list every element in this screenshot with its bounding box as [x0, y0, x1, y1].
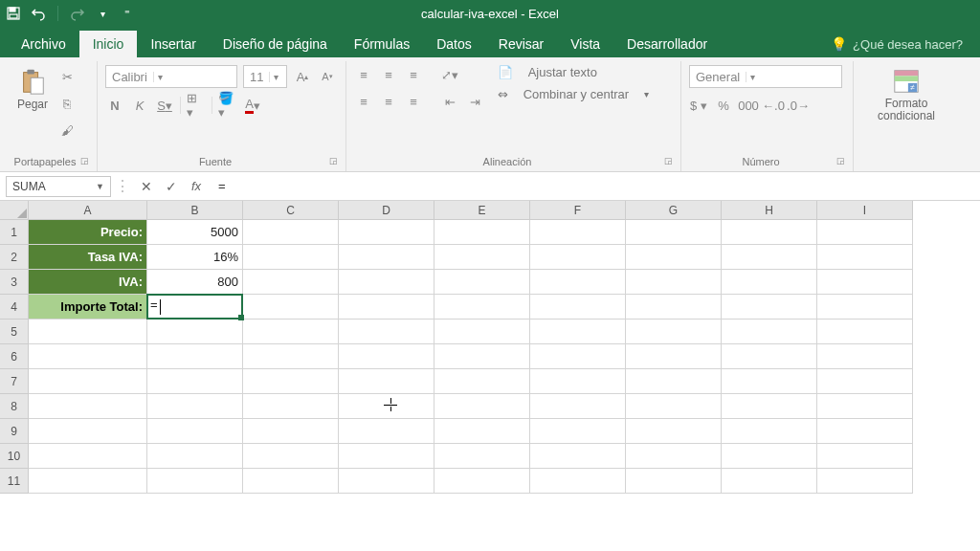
cell-E10[interactable]	[434, 444, 530, 469]
cell-I7[interactable]	[817, 369, 913, 394]
tab-inicio[interactable]: Inicio	[79, 31, 138, 57]
merge-center-button[interactable]: ⇔ Combinar y centrar ▾	[498, 87, 649, 101]
currency-icon[interactable]: $ ▾	[689, 96, 708, 115]
cell-H3[interactable]	[722, 270, 817, 295]
comma-icon[interactable]: 000	[739, 96, 758, 115]
cell-B1[interactable]: 5000	[147, 220, 243, 245]
cut-icon[interactable]: ✂	[57, 67, 77, 86]
cell-F9[interactable]	[530, 419, 626, 444]
italic-button[interactable]: K	[130, 96, 149, 115]
align-right-icon[interactable]: ≡	[404, 92, 423, 111]
decrease-decimal-icon[interactable]: .0→	[789, 96, 808, 115]
cell-E3[interactable]	[434, 270, 530, 295]
cell-A3[interactable]: IVA:	[29, 270, 147, 295]
cell-H9[interactable]	[722, 419, 817, 444]
cell-C2[interactable]	[243, 245, 339, 270]
dialog-launcher-icon[interactable]: ◲	[664, 156, 673, 165]
cell-G10[interactable]	[626, 444, 722, 469]
cell-E2[interactable]	[434, 245, 530, 270]
cell-I6[interactable]	[817, 344, 913, 369]
align-bottom-icon[interactable]: ≡	[404, 65, 423, 84]
tab-revisar[interactable]: Revisar	[485, 31, 557, 57]
cell-C7[interactable]	[243, 369, 339, 394]
cell-H1[interactable]	[722, 220, 817, 245]
cell-D1[interactable]	[339, 220, 434, 245]
accept-formula-button[interactable]: ✓	[159, 176, 184, 197]
cell-E6[interactable]	[434, 344, 530, 369]
select-all-corner[interactable]	[0, 201, 29, 220]
paste-button[interactable]: Pegar	[13, 65, 52, 113]
cell-E4[interactable]	[434, 295, 530, 320]
cell-D11[interactable]	[339, 469, 434, 494]
row-header-9[interactable]: 9	[0, 419, 29, 444]
borders-icon[interactable]: ⊞ ▾	[187, 96, 206, 115]
dialog-launcher-icon[interactable]: ◲	[329, 156, 338, 165]
cell-A9[interactable]	[29, 419, 147, 444]
col-header-I[interactable]: I	[817, 201, 913, 220]
cell-G8[interactable]	[626, 394, 722, 419]
col-header-A[interactable]: A	[29, 201, 147, 220]
tell-me-search[interactable]: 💡 ¿Qué desea hacer?	[821, 31, 972, 57]
cell-B6[interactable]	[147, 344, 243, 369]
cell-H11[interactable]	[722, 469, 817, 494]
decrease-indent-icon[interactable]: ⇤	[440, 92, 459, 111]
tab-desarrollador[interactable]: Desarrollador	[613, 31, 721, 57]
cell-B3[interactable]: 800	[147, 270, 243, 295]
redo-icon[interactable]	[70, 6, 85, 21]
cell-G9[interactable]	[626, 419, 722, 444]
col-header-C[interactable]: C	[243, 201, 339, 220]
cell-D5[interactable]	[339, 320, 434, 344]
cell-A11[interactable]	[29, 469, 147, 494]
orientation-icon[interactable]: ⤢▾	[440, 65, 459, 84]
tab-archivo[interactable]: Archivo	[8, 31, 79, 57]
cell-F1[interactable]	[530, 220, 626, 245]
row-header-5[interactable]: 5	[0, 320, 29, 344]
cell-C5[interactable]	[243, 320, 339, 344]
bold-button[interactable]: N	[105, 96, 124, 115]
cell-H7[interactable]	[722, 369, 817, 394]
chevron-down-icon[interactable]: ▼	[96, 182, 104, 191]
conditional-formatting-button[interactable]: ≠ Formato condicional	[861, 65, 951, 124]
cell-A4[interactable]: Importe Total:	[29, 295, 147, 320]
touch-mode-icon[interactable]: ⁼	[120, 6, 135, 21]
cell-H4[interactable]	[722, 295, 817, 320]
cell-I11[interactable]	[817, 469, 913, 494]
cell-B2[interactable]: 16%	[147, 245, 243, 270]
cell-H8[interactable]	[722, 394, 817, 419]
cell-D2[interactable]	[339, 245, 434, 270]
align-top-icon[interactable]: ≡	[354, 65, 373, 84]
cell-I2[interactable]	[817, 245, 913, 270]
cell-B9[interactable]	[147, 419, 243, 444]
font-name-combo[interactable]: Calibri▾	[105, 65, 237, 88]
cell-H2[interactable]	[722, 245, 817, 270]
font-color-icon[interactable]: A ▾	[243, 96, 262, 115]
cell-C11[interactable]	[243, 469, 339, 494]
insert-function-button[interactable]: fx	[184, 176, 209, 197]
cell-D9[interactable]	[339, 419, 434, 444]
col-header-H[interactable]: H	[722, 201, 817, 220]
cell-B4[interactable]	[147, 295, 243, 320]
cell-H5[interactable]	[722, 320, 817, 344]
increase-indent-icon[interactable]: ⇥	[465, 92, 484, 111]
name-box[interactable]: SUMA ▼	[6, 176, 111, 197]
cell-D3[interactable]	[339, 270, 434, 295]
cell-F4[interactable]	[530, 295, 626, 320]
cell-C3[interactable]	[243, 270, 339, 295]
cell-A8[interactable]	[29, 394, 147, 419]
row-header-6[interactable]: 6	[0, 344, 29, 369]
row-header-4[interactable]: 4	[0, 295, 29, 320]
cell-D4[interactable]	[339, 295, 434, 320]
dialog-launcher-icon[interactable]: ◲	[80, 156, 89, 165]
percent-icon[interactable]: %	[714, 96, 733, 115]
cell-F10[interactable]	[530, 444, 626, 469]
row-header-11[interactable]: 11	[0, 469, 29, 494]
cell-I4[interactable]	[817, 295, 913, 320]
cell-G1[interactable]	[626, 220, 722, 245]
cell-I1[interactable]	[817, 220, 913, 245]
cell-D6[interactable]	[339, 344, 434, 369]
cell-G2[interactable]	[626, 245, 722, 270]
col-header-D[interactable]: D	[339, 201, 434, 220]
cell-B7[interactable]	[147, 369, 243, 394]
cell-G11[interactable]	[626, 469, 722, 494]
cell-D10[interactable]	[339, 444, 434, 469]
